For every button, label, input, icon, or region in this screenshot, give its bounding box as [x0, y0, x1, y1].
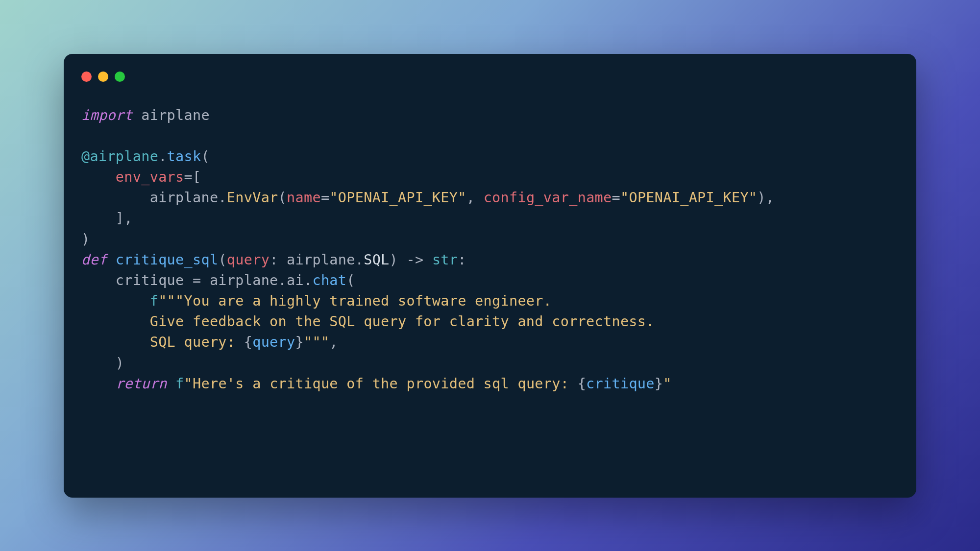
- code-window: import airplane @airplane.task( env_vars…: [64, 54, 916, 498]
- minimize-icon[interactable]: [98, 72, 108, 82]
- decorator: @airplane: [81, 148, 158, 165]
- function-name: critique_sql: [116, 252, 219, 268]
- close-icon[interactable]: [81, 72, 92, 82]
- code-block: import airplane @airplane.task( env_vars…: [81, 105, 899, 394]
- module-name: airplane: [141, 107, 210, 123]
- keyword-def: def: [81, 252, 107, 268]
- maximize-icon[interactable]: [115, 72, 125, 82]
- keyword-return: return: [116, 376, 167, 392]
- traffic-lights: [81, 72, 899, 82]
- keyword-import: import: [81, 107, 133, 123]
